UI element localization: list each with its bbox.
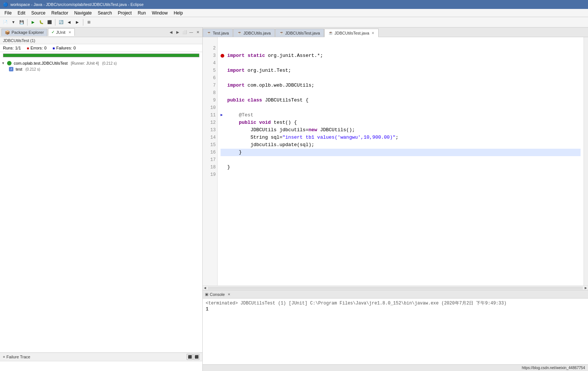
- menu-run[interactable]: Run: [135, 10, 149, 16]
- junit-tree-root[interactable]: ▼ com.oplab.test.JDBCUtilsTest [Runner: …: [0, 60, 202, 66]
- code-line-4: [221, 59, 581, 67]
- junit-ok-icon: [7, 61, 12, 65]
- junit-icon: ✓: [51, 30, 55, 35]
- code-hscrollbar: ◀ ▶: [203, 285, 588, 290]
- toolbar: 📄 ▼ 💾 ▶ 🐛 ⬛ 🔄 ◀ ▶ ⊞: [0, 17, 588, 28]
- toolbar-new-btn[interactable]: 📄: [1, 19, 9, 26]
- ln-2: 2: [204, 45, 216, 52]
- runs-stat: Runs: 1/1: [3, 46, 21, 50]
- editor-tabs: ☕ Test.java ☕ JDBCUtils.java ☕ JDBCUtils…: [203, 28, 588, 37]
- errors-stat: ■ Errors: 0: [27, 46, 46, 50]
- trace-btn-2[interactable]: ⬛: [193, 354, 199, 360]
- toolbar-back-btn[interactable]: ◀: [65, 19, 73, 26]
- toolbar-sep-3: [83, 19, 83, 26]
- panel-nav-prev[interactable]: ◀: [168, 29, 174, 35]
- junit-class-icon: J: [9, 67, 13, 71]
- ln-10: 10: [204, 104, 216, 112]
- ln-18: 18: [204, 164, 216, 171]
- line-numbers: 2 3 4 5 6 7 8 9 10 11 12 13 14 15 16 17: [203, 37, 218, 285]
- console-header: ▣ Console ✕: [203, 290, 588, 299]
- test-java-icon: ☕: [207, 31, 211, 35]
- junit-tree-test[interactable]: J test (0.212 s): [0, 66, 202, 72]
- panel-maximize[interactable]: ⬜: [181, 29, 187, 35]
- junit-tab-close-icon[interactable]: ✕: [68, 30, 71, 34]
- ln-6: 6: [204, 74, 216, 82]
- junit-header: JDBCUtilsTest (1): [0, 37, 202, 44]
- menu-source[interactable]: Source: [28, 10, 48, 16]
- code-line-17: [221, 156, 581, 164]
- toolbar-save-btn[interactable]: 💾: [18, 19, 25, 26]
- panel-minimize[interactable]: —: [188, 29, 194, 35]
- panel-nav-next[interactable]: ▶: [175, 29, 181, 35]
- junit-root-label: com.oplab.test.JDBCUtilsTest: [14, 61, 68, 65]
- junit-test-time: (0.212 s): [25, 67, 40, 71]
- code-scrollbar[interactable]: [584, 37, 588, 285]
- console-close-icon[interactable]: ✕: [228, 293, 231, 296]
- failure-trace-label: Failure Trace: [6, 355, 30, 359]
- code-line-6: [221, 74, 581, 82]
- console-icon: ▣: [205, 292, 208, 296]
- tab-jdbcutils-java[interactable]: ☕ JDBCUtils.java: [233, 29, 274, 37]
- code-line-7: import com.oplb.web.JDBCUtils;: [221, 82, 581, 89]
- tab-jdbcutilstest-active[interactable]: ☕ JDBCUtilsTest.java ✕: [324, 29, 379, 37]
- hscroll-left[interactable]: ◀: [203, 286, 207, 290]
- marker-11: ▶: [221, 112, 227, 119]
- toolbar-refresh-btn[interactable]: 🔄: [57, 19, 65, 26]
- panel-close[interactable]: ✕: [195, 29, 201, 35]
- active-tab-close-icon[interactable]: ✕: [372, 31, 375, 35]
- junit-test-label: test: [16, 67, 22, 71]
- menu-edit[interactable]: Edit: [15, 10, 28, 16]
- code-line-5: import org.junit.Test;: [221, 67, 581, 74]
- code-line-9: public class JDBCUtilsTest {: [221, 97, 581, 104]
- menu-navigate[interactable]: Navigate: [71, 10, 94, 16]
- tab-test-java[interactable]: ☕ Test.java: [203, 29, 233, 37]
- code-editor: 2 3 4 5 6 7 8 9 10 11 12 13 14 15 16 17: [203, 37, 588, 290]
- jdbcutilstest1-label: JDBCUtilsTest.java: [285, 31, 320, 35]
- trace-btn-1[interactable]: ⬛: [187, 354, 193, 360]
- tab-package-explorer[interactable]: 📦 Package Explorer: [1, 29, 47, 36]
- tree-toggle-icon[interactable]: ▼: [1, 61, 5, 65]
- junit-tree: ▼ com.oplab.test.JDBCUtilsTest [Runner: …: [0, 59, 202, 352]
- jdbcutilstest1-icon: ☕: [279, 31, 284, 35]
- junit-progress-bar-container: [3, 54, 199, 57]
- code-line-16: }: [221, 149, 581, 156]
- ln-1: [204, 37, 216, 45]
- console-output-line: 1: [206, 306, 585, 312]
- test-java-label: Test.java: [213, 31, 229, 35]
- menu-window[interactable]: Window: [149, 10, 171, 16]
- errors-label: Errors:: [30, 46, 43, 50]
- hscroll-right[interactable]: ▶: [584, 286, 588, 290]
- marker-3: [221, 54, 227, 58]
- panel-tabs: 📦 Package Explorer ✓ JUnit ✕ ◀ ▶ ⬜ — ✕: [0, 28, 202, 37]
- menu-project[interactable]: Project: [115, 10, 135, 16]
- toolbar-run-btn[interactable]: ▶: [29, 19, 37, 26]
- console-panel: ▣ Console ✕ <terminated> JDBCUtilsTest (…: [203, 290, 588, 364]
- toolbar-stop-btn[interactable]: ⬛: [46, 19, 53, 26]
- menu-help[interactable]: Help: [171, 10, 186, 16]
- tab-junit[interactable]: ✓ JUnit ✕: [48, 28, 75, 36]
- code-line-12: public void test() {: [221, 119, 581, 126]
- menu-file[interactable]: File: [1, 10, 15, 16]
- junit-root-time: (0.212 s): [101, 61, 117, 65]
- toolbar-open-btn[interactable]: ▼: [10, 19, 17, 26]
- menu-search[interactable]: Search: [95, 10, 115, 16]
- ln-14: 14: [204, 134, 216, 141]
- toolbar-sep-1: [27, 19, 28, 26]
- hscroll-track[interactable]: [208, 287, 583, 290]
- junit-progress-bar-fill: [3, 54, 199, 57]
- ln-15: 15: [204, 141, 216, 149]
- toolbar-debug-btn[interactable]: 🐛: [38, 19, 45, 26]
- failure-trace-body: [0, 361, 202, 371]
- toolbar-sep-2: [55, 19, 55, 26]
- ln-19: 19: [204, 171, 216, 178]
- menu-refactor[interactable]: Refactor: [48, 10, 71, 16]
- code-area: 2 3 4 5 6 7 8 9 10 11 12 13 14 15 16 17: [203, 37, 588, 285]
- status-bar: https://blog.csdn.net/weixin_44867754: [203, 364, 588, 371]
- code-line-8: [221, 89, 581, 97]
- toolbar-perspective-btn[interactable]: ⊞: [85, 19, 93, 26]
- code-content[interactable]: import static org.junit.Assert.*; import…: [218, 37, 584, 285]
- package-explorer-icon: 📦: [5, 30, 10, 35]
- failure-trace-section: ≡ Failure Trace ⬛ ⬛: [0, 352, 202, 371]
- toolbar-fwd-btn[interactable]: ▶: [74, 19, 81, 26]
- tab-jdbcutilstest-1[interactable]: ☕ JDBCUtilsTest.java: [275, 29, 324, 37]
